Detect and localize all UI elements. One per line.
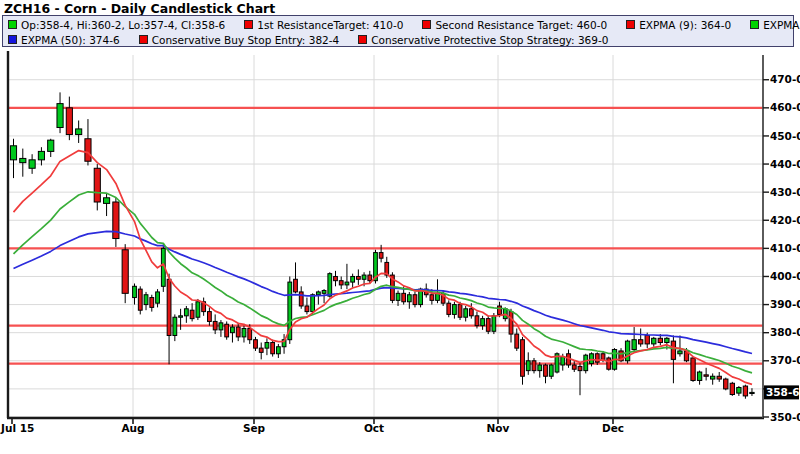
svg-text:460-0: 460-0 (770, 101, 800, 113)
svg-text:470-0: 470-0 (770, 73, 800, 85)
strategy-lines (8, 108, 763, 364)
svg-text:370-0: 370-0 (770, 354, 800, 366)
svg-text:Aug: Aug (121, 422, 144, 434)
svg-text:400-0: 400-0 (770, 270, 800, 282)
svg-text:Sep: Sep (243, 422, 266, 434)
svg-text:Dec: Dec (602, 422, 624, 434)
svg-text:358-6: 358-6 (766, 386, 800, 398)
svg-text:350-0: 350-0 (770, 411, 800, 423)
y-axis-labels: 350-0370-0380-0390-0400-0410-0420-0430-0… (770, 73, 800, 422)
svg-text:420-0: 420-0 (770, 214, 800, 226)
candlestick-chart-app: { "title": "ZCH16 - Corn - Daily Candles… (0, 0, 800, 454)
price-chart-canvas[interactable]: Jul 15AugSepOctNovDec350-0370-0380-0390-… (0, 0, 800, 454)
svg-text:Oct: Oct (364, 422, 384, 434)
candles (10, 92, 754, 398)
svg-text:440-0: 440-0 (770, 158, 800, 170)
svg-text:Jul 15: Jul 15 (0, 422, 34, 434)
x-axis-labels: Jul 15AugSepOctNovDec (0, 422, 624, 434)
svg-text:Nov: Nov (487, 422, 510, 434)
svg-text:380-0: 380-0 (770, 326, 800, 338)
svg-text:390-0: 390-0 (770, 298, 800, 310)
svg-text:410-0: 410-0 (770, 242, 800, 254)
current-price-label: 358-6 (764, 385, 800, 399)
svg-text:450-0: 450-0 (770, 130, 800, 142)
svg-text:430-0: 430-0 (770, 186, 800, 198)
